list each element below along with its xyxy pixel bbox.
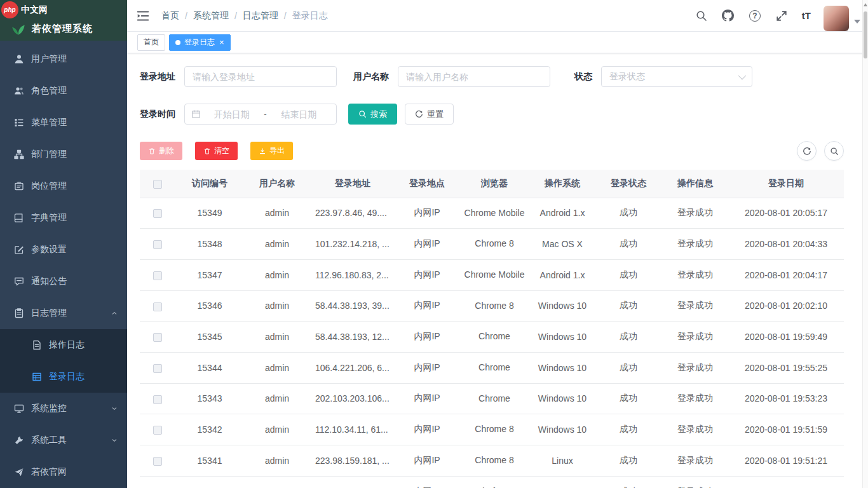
page-scrollbar — [862, 0, 868, 488]
start-date-input[interactable] — [201, 109, 262, 119]
font-size-icon[interactable]: tT — [802, 10, 811, 21]
toggle-search-button[interactable] — [824, 141, 844, 161]
export-button[interactable]: 导出 — [250, 142, 293, 160]
login-time-item: 登录时间 - — [140, 104, 337, 125]
row-checkbox[interactable] — [153, 271, 162, 280]
login-time-label: 登录时间 — [140, 109, 175, 120]
cell-id: 15344 — [175, 352, 244, 383]
cell-message: 登录成功 — [662, 445, 728, 477]
search-form-row-1: 登录地址 用户名称 状态 登录状态 — [140, 66, 844, 87]
clear-button[interactable]: 清空 — [195, 142, 238, 160]
cell-id: 15348 — [175, 229, 244, 260]
cell-date: 2020-08-01 20:05:17 — [728, 198, 844, 229]
sidebar-item-label: 岗位管理 — [31, 180, 67, 192]
row-checkbox[interactable] — [153, 240, 162, 249]
col-id: 访问编号 — [175, 170, 244, 198]
login-address-input[interactable] — [184, 66, 337, 87]
sidebar-item-user-management[interactable]: 用户管理 — [0, 43, 127, 75]
row-checkbox[interactable] — [153, 457, 162, 466]
sidebar-menu: 用户管理 角色管理 菜单管理 部门管理 岗位管理 字典管理 — [0, 43, 127, 488]
breadcrumb-home[interactable]: 首页 — [161, 10, 179, 22]
fullscreen-icon[interactable] — [775, 10, 788, 22]
sidebar-item-system-tools[interactable]: 系统工具 — [0, 424, 127, 456]
end-date-input[interactable] — [268, 109, 330, 119]
cell-browser: Chrome Mobile — [459, 259, 530, 290]
refresh-icon — [803, 147, 811, 156]
user-avatar[interactable] — [824, 6, 849, 31]
header-search-icon[interactable] — [695, 10, 708, 22]
select-all-checkbox[interactable] — [153, 180, 162, 189]
cell-status: 成功 — [595, 476, 662, 488]
calendar-icon — [191, 109, 201, 119]
breadcrumb-system[interactable]: 系统管理 — [193, 10, 229, 22]
tab-home[interactable]: 首页 — [137, 34, 165, 51]
app-brand[interactable]: 若依管理系统 — [10, 20, 93, 37]
cell-checkbox — [140, 383, 175, 414]
user-name-input[interactable] — [398, 66, 550, 87]
row-checkbox[interactable] — [153, 395, 162, 404]
scroll-up-icon[interactable] — [864, 3, 867, 6]
date-range-picker[interactable]: - — [184, 104, 337, 125]
sidebar-item-log-management[interactable]: 日志管理 — [0, 297, 127, 329]
sidebar-item-param-settings[interactable]: 参数设置 — [0, 234, 127, 266]
sidebar-item-system-monitor[interactable]: 系统监控 — [0, 393, 127, 424]
cell-address: 106.4.221.206, 6... — [310, 352, 395, 383]
sidebar-item-dept-management[interactable]: 部门管理 — [0, 139, 127, 170]
sidebar-item-dict-management[interactable]: 字典管理 — [0, 202, 127, 234]
row-checkbox[interactable] — [153, 209, 162, 218]
main-area: 首页 / 系统管理 / 日志管理 / 登录日志 ? — [127, 0, 868, 488]
search-button[interactable]: 搜索 — [348, 104, 397, 125]
breadcrumb-log[interactable]: 日志管理 — [243, 10, 278, 22]
row-checkbox[interactable] — [153, 302, 162, 311]
chevron-down-icon — [111, 437, 118, 444]
col-location: 登录地点 — [395, 170, 459, 198]
cell-browser: Chrome 8 — [459, 445, 530, 477]
edit-icon — [14, 245, 24, 255]
cell-os: Windows 10 — [530, 290, 595, 322]
sidebar-item-login-log[interactable]: 登录日志 — [0, 361, 127, 393]
help-icon[interactable]: ? — [749, 10, 761, 22]
delete-button[interactable]: 删除 — [140, 142, 182, 160]
list-icon — [14, 118, 24, 128]
cell-message: 登录成功 — [662, 383, 728, 414]
login-log-table: 访问编号 用户名称 登录地址 登录地点 浏览器 操作系统 登录状态 操作信息 登… — [140, 170, 844, 488]
sidebar-toggle-button[interactable] — [136, 9, 150, 23]
table-row: 15343admin202.103.203.106...内网IPChromeWi… — [140, 383, 844, 414]
cell-user: admin — [244, 290, 310, 322]
sidebar-item-label: 角色管理 — [31, 85, 67, 97]
monitor-icon — [14, 403, 24, 414]
cell-checkbox — [140, 259, 175, 290]
sidebar-item-notice[interactable]: 通知公告 — [0, 266, 127, 297]
sidebar-item-label: 通知公告 — [31, 276, 67, 287]
row-checkbox[interactable] — [153, 333, 162, 342]
tab-login-log[interactable]: 登录日志 × — [169, 34, 231, 51]
app-title: 若依管理系统 — [32, 23, 93, 35]
cell-user: admin — [244, 445, 310, 477]
caret-down-icon[interactable] — [854, 20, 860, 24]
cell-os: Windows 10 — [530, 383, 595, 414]
row-checkbox[interactable] — [153, 364, 162, 373]
cell-date: 2020-08-01 19:55:25 — [728, 352, 844, 383]
row-checkbox[interactable] — [153, 426, 162, 435]
tab-label: 首页 — [144, 37, 159, 48]
sidebar-item-official-site[interactable]: 若依官网 — [0, 456, 127, 488]
sidebar-item-role-management[interactable]: 角色管理 — [0, 75, 127, 107]
cell-os: Windows 10 — [530, 476, 595, 488]
github-icon[interactable] — [722, 10, 735, 22]
cell-status: 成功 — [595, 445, 662, 477]
tab-label: 登录日志 — [184, 37, 215, 48]
scrollbar-thumb[interactable] — [864, 11, 867, 58]
cell-date: 2020-08-01 20:04:17 — [728, 259, 844, 290]
sidebar-item-operation-log[interactable]: 操作日志 — [0, 329, 127, 361]
reset-button[interactable]: 重置 — [405, 104, 454, 125]
sidebar-item-post-management[interactable]: 岗位管理 — [0, 170, 127, 202]
col-date: 登录日期 — [728, 170, 844, 198]
status-select[interactable]: 登录状态 — [601, 66, 752, 87]
sidebar-item-menu-management[interactable]: 菜单管理 — [0, 107, 127, 139]
date-range-separator: - — [264, 109, 266, 119]
tab-close-icon[interactable]: × — [219, 38, 224, 46]
cell-location: 内网IP — [395, 229, 459, 260]
refresh-table-button[interactable] — [797, 141, 817, 161]
breadcrumb-separator: / — [185, 11, 187, 21]
cell-os: Android 1.x — [530, 198, 595, 229]
